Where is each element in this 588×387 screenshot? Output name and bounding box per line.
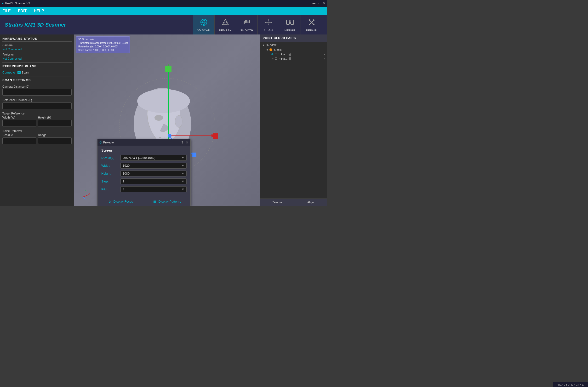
- width-row: Width: 1920 ▼: [101, 163, 187, 169]
- remove-button[interactable]: Remove: [260, 199, 294, 206]
- range-input[interactable]: 0.001: [38, 138, 72, 144]
- shells-toggle: ▼: [266, 49, 269, 51]
- height-label: Height (H): [38, 116, 72, 119]
- proj-height-input[interactable]: 1080 ▼: [121, 170, 187, 177]
- ellipsis-btn-2[interactable]: »: [324, 58, 325, 60]
- repair-icon: [308, 18, 316, 28]
- titlebar-controls: — □ ✕: [313, 2, 325, 5]
- checkbox-icon-1[interactable]: ☐: [275, 53, 277, 56]
- proj-pitch-input[interactable]: 8 ▼: [121, 186, 187, 192]
- checkbox-icon-2[interactable]: ☐: [275, 57, 277, 60]
- projector-close-button[interactable]: ✕: [186, 141, 189, 144]
- noise-removal-label: Noise Removal: [2, 129, 72, 133]
- toolbar-smooth-button[interactable]: SMOOTH: [236, 15, 258, 35]
- titlebar: ● Real3d Scanner V3 — □ ✕: [0, 0, 327, 7]
- display-focus-button[interactable]: ⊙ Display Focus: [98, 197, 144, 206]
- display-focus-label: Display Focus: [113, 200, 133, 203]
- range-col: Range 0.001: [38, 133, 72, 145]
- proj-width-value: 1920: [123, 164, 129, 167]
- gizmo-line3: Rotated Angle: 0.000°, 0.000°, 0.000°: [78, 45, 128, 48]
- proj-height-value: 1080: [123, 172, 129, 175]
- viewport[interactable]: 3D Gizmo Info: Translated Distance (mm):…: [74, 35, 260, 206]
- toolbar-align-button[interactable]: ALIGN: [258, 15, 279, 35]
- camera-distance-input[interactable]: 270.600: [2, 89, 72, 96]
- proj-width-label: Width:: [101, 164, 121, 167]
- width-col: Width (W) 300.000: [2, 116, 36, 127]
- proj-pitch-label: Pitch:: [101, 187, 121, 191]
- toolbar-scan-button[interactable]: 3D SCAN: [193, 15, 215, 35]
- pitch-row: Pitch: 8 ▼: [101, 186, 187, 192]
- camera-label: Camera: [2, 43, 72, 47]
- hardware-status-title: HARDWARE STATUS: [2, 37, 72, 42]
- repair-label: REPAIR: [306, 29, 317, 32]
- range-label: Range: [38, 133, 72, 137]
- reference-distance-input[interactable]: 625.400: [2, 102, 72, 109]
- target-reference-label: Target Reference: [2, 112, 72, 115]
- menubar: FILE EDIT HELP: [0, 7, 327, 15]
- proj-pitch-value: 8: [123, 187, 124, 191]
- menu-edit[interactable]: EDIT: [18, 9, 27, 13]
- app-title: Stratus KM1 3D Scanner: [5, 22, 193, 28]
- toolbar-merge-button[interactable]: MERGE: [279, 15, 301, 35]
- tree-item2: 👁 ☐ 7 final.... ⛓ »: [261, 57, 326, 61]
- gizmo-info: 3D Gizmo Info: Translated Distance (mm):…: [76, 36, 130, 53]
- right-panel: POINT CLOUD PAIRS ▼ 3D-View ▼ Shells 👁 ☐…: [260, 35, 327, 206]
- residue-input[interactable]: 0.100: [2, 138, 36, 144]
- menu-help[interactable]: HELP: [34, 9, 44, 13]
- height-input[interactable]: 300.000: [38, 120, 72, 126]
- height-col: Height (H) 300.000: [38, 116, 72, 127]
- menu-file[interactable]: FILE: [2, 9, 11, 13]
- svg-marker-14: [290, 21, 291, 23]
- merge-icon: [286, 18, 294, 28]
- proj-step-input[interactable]: 7 ▼: [121, 178, 187, 184]
- projector-title-left: ⬡ Projector: [99, 141, 115, 144]
- tree-item1: 👁 ☐ 1 final.... ⛓ »: [261, 52, 326, 57]
- device-label: Device(s):: [101, 156, 121, 160]
- target-reference-row: Width (W) 300.000 Height (H) 300.000: [2, 116, 72, 127]
- projector-status: Not Connected: [2, 57, 72, 60]
- width-label: Width (W): [2, 116, 36, 119]
- tree-view: ▼ 3D-View ▼ Shells 👁 ☐ 1 final.... ⛓ » 👁…: [260, 42, 327, 199]
- toolbar-repair-button[interactable]: REPAIR: [301, 15, 322, 35]
- display-patterns-button[interactable]: ▦ Display Patterns: [144, 197, 190, 206]
- svg-marker-2: [222, 19, 229, 25]
- scan-settings-title: SCAN SETTINGS: [2, 78, 72, 83]
- shells-dot-icon: [270, 48, 272, 51]
- eye-icon-1[interactable]: 👁: [271, 53, 274, 56]
- reference-row: Compute Scan: [2, 71, 72, 74]
- shells-label: Shells: [274, 48, 282, 51]
- svg-rect-35: [192, 153, 196, 157]
- scan-label: 3D SCAN: [197, 29, 210, 32]
- scan-checkbox-label[interactable]: Scan: [18, 71, 29, 74]
- step-row: Step: 7 ▼: [101, 178, 187, 184]
- bottom-buttons: Remove Align: [260, 199, 327, 206]
- axes-svg: Y X Z: [79, 189, 91, 201]
- toolbar-remesh-button[interactable]: REMESH: [215, 15, 236, 35]
- projector-icon: ⬡: [99, 141, 102, 144]
- compute-button[interactable]: Compute: [2, 71, 15, 74]
- tree-shells-item[interactable]: ▼ Shells: [261, 47, 326, 52]
- minimize-button[interactable]: —: [313, 2, 315, 5]
- svg-rect-12: [291, 20, 294, 24]
- proj-step-label: Step:: [101, 180, 121, 183]
- gizmo-line2: Translated Distance (mm): 0.000, 0.000, …: [78, 41, 128, 45]
- device-dropdown-arrow: ▼: [181, 156, 184, 160]
- screen-title: Screen: [101, 148, 187, 152]
- align-button[interactable]: Align: [294, 199, 327, 206]
- width-input[interactable]: 300.000: [2, 120, 36, 126]
- device-select[interactable]: DISPLAY1 [1920x1080] ▼: [121, 155, 187, 161]
- reference-plane-title: REFERENCE PLANE: [2, 64, 72, 69]
- close-button[interactable]: ✕: [323, 2, 325, 5]
- toolbar: Stratus KM1 3D Scanner 3D SCAN REMESH: [0, 15, 327, 35]
- eye-icon-2[interactable]: 👁: [271, 57, 274, 60]
- left-panel: HARDWARE STATUS Camera Not Connected Pro…: [0, 35, 74, 206]
- ellipsis-btn-1[interactable]: »: [324, 53, 325, 56]
- align-label: ALIGN: [264, 29, 273, 32]
- projector-help-button[interactable]: ?: [181, 141, 183, 144]
- camera-distance-label: Camera Distance (D): [2, 85, 72, 88]
- tree-3dview-item[interactable]: ▼ 3D-View: [261, 43, 326, 47]
- maximize-button[interactable]: □: [318, 2, 320, 5]
- width-arrow: ▼: [181, 164, 184, 167]
- scan-checkbox[interactable]: [18, 71, 21, 74]
- proj-width-input[interactable]: 1920 ▼: [121, 163, 187, 169]
